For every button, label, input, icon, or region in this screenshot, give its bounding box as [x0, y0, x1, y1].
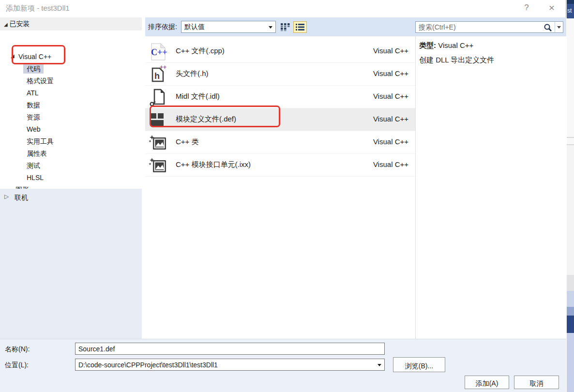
sidebar-item-9[interactable]: 测试 [0, 160, 142, 172]
online-label: 联机 [15, 194, 28, 202]
sidebar-item-label: 属性表 [27, 150, 47, 157]
name-input[interactable] [75, 343, 385, 355]
background-strip [567, 138, 574, 144]
template-name: 头文件(.h) [176, 69, 209, 78]
sidebar-item-label: HLSL [27, 174, 44, 181]
template-row-3[interactable]: Midl 文件(.idl)Visual C++ [145, 86, 415, 108]
template-name: C++ 文件(.cpp) [176, 46, 225, 56]
add-button[interactable]: 添加(A) [465, 376, 509, 389]
sidebar-item-10[interactable]: HLSL [0, 172, 142, 184]
category-sidebar: ◢ 已安装 ◢ Visual C++ 代码格式设置ATL数据资源Web实用工具属… [0, 17, 142, 339]
background-tab-fragment: st [567, 4, 574, 18]
sidebar-item-label: 代码 [23, 64, 44, 74]
template-name: C++ 模块接口单元(.ixx) [176, 160, 251, 169]
template-row-5[interactable]: C++ 类Visual C++ [145, 131, 415, 154]
sidebar-item-label: 资源 [27, 113, 40, 121]
sidebar-item-2[interactable]: 格式设置 [0, 75, 142, 88]
background-window-sliver: st [567, 0, 574, 392]
template-name: Midl 文件(.idl) [176, 92, 220, 101]
background-strip [567, 18, 574, 137]
template-row-2[interactable]: h++头文件(.h)Visual C++ [145, 63, 415, 86]
sidebar-item-label: ATL [27, 89, 39, 97]
sidebar-lower-region: ▷ 联机 [0, 189, 142, 339]
template-list: C++C++ 文件(.cpp)Visual C++h++头文件(.h)Visua… [145, 36, 415, 339]
name-label: 名称(N): [5, 345, 30, 354]
search-input[interactable] [416, 22, 538, 32]
template-name: C++ 类 [176, 137, 199, 147]
sidebar-item-visual-cpp[interactable]: ◢ Visual C++ [0, 52, 142, 63]
chevron-down-icon [269, 26, 272, 29]
help-icon[interactable]: ? [520, 3, 533, 13]
sidebar-item-4[interactable]: 数据 [0, 100, 142, 112]
background-strip [567, 291, 574, 307]
cpp-file-icon: C++ [148, 42, 169, 61]
location-combo[interactable] [75, 359, 385, 371]
cpp-class-icon [148, 133, 169, 152]
search-icon [544, 23, 552, 34]
sidebar-item-label: 测试 [27, 162, 40, 169]
type-label: 类型: [419, 41, 436, 49]
dialog-titlebar[interactable]: 添加新项 - test3Dll1 ? × [0, 0, 566, 17]
list-view-icon [296, 23, 304, 31]
browse-button[interactable]: 浏览(B)... [393, 357, 445, 372]
sidebar-item-8[interactable]: 属性表 [0, 148, 142, 160]
template-name: 模块定义文件(.def) [176, 115, 236, 124]
sidebar-item-label: Visual C++ [18, 53, 51, 60]
sidebar-item-6[interactable]: Web [0, 124, 142, 136]
sidebar-item-3[interactable]: ATL [0, 88, 142, 100]
sidebar-item-7[interactable]: 实用工具 [0, 136, 142, 148]
svg-text:h: h [154, 71, 160, 81]
template-category: Visual C++ [373, 137, 408, 146]
header-file-icon: h++ [148, 65, 169, 84]
location-input[interactable] [76, 359, 374, 370]
list-toolbar: 排序依据: 默认值 [145, 17, 566, 36]
template-category: Visual C++ [373, 115, 408, 123]
template-row-4[interactable]: 模块定义文件(.def)Visual C++ [145, 108, 415, 131]
type-value: Visual C++ [438, 41, 473, 49]
template-row-6[interactable]: C++ 模块接口单元(.ixx)Visual C++ [145, 154, 415, 177]
sidebar-item-1[interactable]: 代码 [0, 63, 142, 75]
search-dropdown-button[interactable] [555, 22, 563, 32]
chevron-down-icon [378, 364, 381, 366]
sidebar-item-label: 格式设置 [27, 77, 54, 85]
template-row-1[interactable]: C++C++ 文件(.cpp)Visual C++ [145, 40, 415, 63]
sidebar-section-installed[interactable]: ◢ 已安装 [0, 17, 142, 30]
sidebar-item-label: 数据 [27, 101, 40, 109]
sidebar-item-5[interactable]: 资源 [0, 112, 142, 124]
def-file-icon [148, 110, 169, 130]
search-box[interactable] [415, 21, 563, 33]
template-category: Visual C++ [373, 160, 408, 168]
category-tree: ◢ Visual C++ 代码格式设置ATL数据资源Web实用工具属性表测试HL… [0, 30, 142, 189]
background-titlebar-strip [567, 0, 574, 4]
expanded-triangle-icon[interactable]: ◢ [4, 22, 8, 27]
small-icons-view-icon [280, 23, 290, 31]
sidebar-section-online[interactable]: ▷ 联机 [0, 189, 142, 205]
template-category: Visual C++ [373, 46, 408, 55]
chevron-down-icon [557, 26, 561, 29]
svg-text:++: ++ [160, 65, 166, 71]
add-new-item-dialog: 添加新项 - test3Dll1 ? × ◢ 已安装 ◢ Visual C++ … [0, 0, 566, 392]
sidebar-item-label: Web [27, 125, 41, 133]
template-category: Visual C++ [373, 92, 408, 100]
template-category: Visual C++ [373, 69, 408, 77]
close-icon[interactable]: × [544, 2, 559, 14]
cancel-button[interactable]: 取消 [514, 376, 559, 389]
sort-by-value: 默认值 [184, 23, 205, 30]
template-details-panel: 类型: Visual C++ 创建 DLL 导出定义文件 [416, 36, 566, 339]
midl-file-icon [148, 88, 169, 107]
expanded-triangle-icon[interactable]: ◢ [11, 53, 15, 59]
background-strip [567, 333, 574, 392]
sort-by-label: 排序依据: [148, 23, 177, 31]
sidebar-item-label: 实用工具 [27, 137, 54, 145]
background-strip [567, 316, 574, 333]
small-icons-view-button[interactable] [278, 21, 292, 33]
template-type-line: 类型: Visual C++ [419, 41, 473, 50]
sort-by-dropdown[interactable]: 默认值 [181, 21, 276, 33]
list-view-button[interactable] [293, 21, 307, 33]
collapsed-triangle-icon[interactable]: ▷ [4, 193, 9, 200]
location-label: 位置(L): [5, 361, 29, 370]
screenshot-root: 添加新项 - test3Dll1 ? × ◢ 已安装 ◢ Visual C++ … [0, 0, 574, 392]
background-strip [567, 145, 574, 275]
background-strip [567, 307, 574, 316]
dialog-footer: 名称(N): 位置(L): 浏览(B)... 添加(A) 取消 [0, 339, 566, 392]
